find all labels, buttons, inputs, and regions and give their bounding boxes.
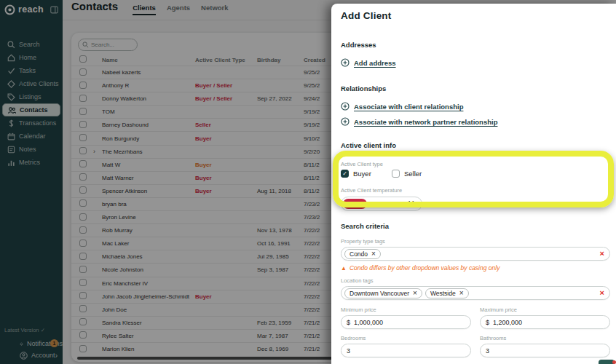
clear-field-icon[interactable]: × bbox=[600, 288, 604, 297]
remove-tag-icon[interactable]: × bbox=[413, 290, 417, 297]
minimum-price-label: Minimum price bbox=[341, 306, 471, 313]
add-address-button[interactable]: Add address bbox=[341, 58, 610, 67]
tag-label: Condo bbox=[350, 250, 368, 258]
bedrooms-label: Bedrooms bbox=[341, 335, 471, 341]
tag-chip-condo[interactable]: Condo× bbox=[344, 249, 381, 259]
add-client-drawer: Add Client Addresses Add address Relatio… bbox=[331, 4, 616, 364]
maximum-price-label: Maximum price bbox=[480, 306, 610, 313]
location-tags-input[interactable]: Downtown Vancouver×Westside×× bbox=[341, 286, 610, 300]
tag-label: Downtown Vancouver bbox=[350, 290, 409, 297]
plus-circle-icon bbox=[341, 58, 350, 67]
hidden-badge-dot bbox=[612, 360, 616, 364]
bedrooms-input[interactable]: 3 bbox=[341, 344, 471, 357]
property-type-tags-input[interactable]: Condo×× bbox=[341, 247, 610, 261]
addresses-heading: Addresses bbox=[341, 41, 610, 49]
casing-warning: ▲ Condo differs by other dropdown values… bbox=[341, 264, 610, 272]
bathrooms-label: Bathrooms bbox=[480, 335, 610, 341]
checkbox-label: Buyer bbox=[353, 170, 371, 178]
temperature-chip-cold[interactable]: Cold bbox=[396, 199, 419, 209]
clear-field-icon[interactable]: × bbox=[600, 249, 604, 258]
minimum-price-input[interactable]: $ 1,000,000 bbox=[341, 315, 471, 329]
tag-chip-downtown-vancouver[interactable]: Downtown Vancouver× bbox=[344, 288, 422, 298]
active-client-info-heading: Active client info bbox=[341, 141, 610, 149]
search-criteria-heading: Search criteria bbox=[341, 222, 610, 230]
tag-label: Westside bbox=[430, 290, 456, 297]
active-client-type-options: ✓BuyerSeller bbox=[341, 170, 610, 178]
active-client-temperature-label: Active Client temperature bbox=[341, 187, 610, 194]
temperature-chip-hot[interactable]: ✓Hot bbox=[343, 199, 367, 209]
plus-circle-icon bbox=[341, 102, 350, 111]
associate-client-relationship-button[interactable]: Associate with client relationship bbox=[341, 102, 610, 111]
active-client-type-label: Active Client type bbox=[341, 161, 610, 167]
checked-checkbox-icon[interactable]: ✓ bbox=[341, 170, 349, 178]
checkbox-label: Seller bbox=[404, 170, 422, 178]
relationships-heading: Relationships bbox=[341, 84, 610, 92]
temperature-chip-warm[interactable]: Warm bbox=[368, 199, 394, 209]
location-tags-label: Location tags bbox=[341, 277, 610, 284]
drawer-title: Add Client bbox=[341, 10, 610, 21]
currency-prefix: $ bbox=[486, 319, 489, 326]
associate-network-partner-button[interactable]: Associate with network partner relations… bbox=[341, 117, 610, 126]
remove-tag-icon[interactable]: × bbox=[371, 250, 376, 258]
app-root: reach SearchHomeTasksActive ClientsListi… bbox=[0, 0, 616, 364]
remove-tag-icon[interactable]: × bbox=[459, 290, 464, 297]
type-option-seller[interactable]: Seller bbox=[392, 170, 437, 178]
tag-chip-westside[interactable]: Westside× bbox=[425, 288, 469, 298]
plus-circle-icon bbox=[341, 117, 350, 126]
maximum-price-input[interactable]: $ 1,200,000 bbox=[480, 315, 610, 329]
property-type-tags-label: Property type tags bbox=[341, 238, 610, 245]
temperature-chip-group: ✓HotWarmCold bbox=[341, 197, 422, 211]
type-option-buyer[interactable]: ✓Buyer bbox=[341, 170, 386, 178]
warning-triangle-icon: ▲ bbox=[341, 265, 347, 272]
unchecked-checkbox-icon[interactable] bbox=[392, 170, 400, 178]
bathrooms-input[interactable]: 3 bbox=[480, 344, 610, 357]
currency-prefix: $ bbox=[347, 319, 350, 326]
